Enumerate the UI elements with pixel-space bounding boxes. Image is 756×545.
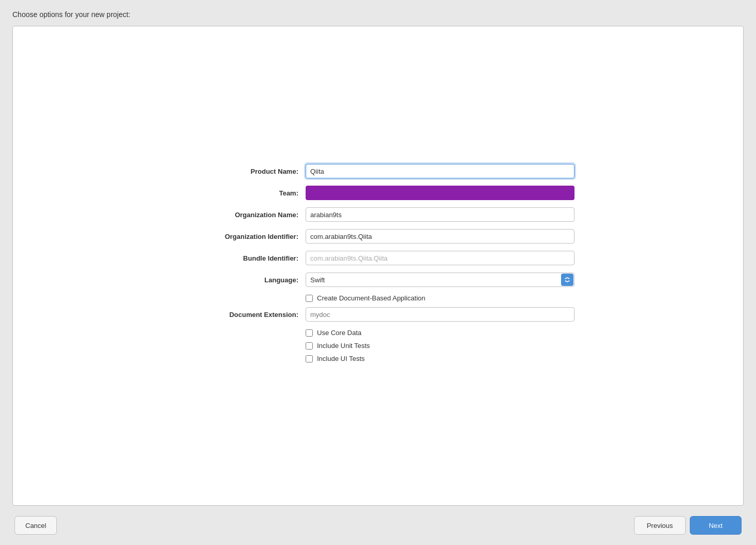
previous-button[interactable]: Previous (634, 516, 686, 535)
doc-extension-row: Document Extension: (182, 307, 574, 322)
team-wrapper (306, 186, 574, 200)
use-core-data-label[interactable]: Use Core Data (317, 329, 361, 337)
nav-button-group: Previous Next (634, 516, 742, 535)
bundle-id-row: Bundle Identifier: (182, 251, 574, 265)
org-name-row: Organization Name: (182, 207, 574, 222)
product-name-input[interactable] (306, 164, 574, 178)
create-doc-app-label[interactable]: Create Document-Based Application (317, 294, 426, 302)
org-name-input[interactable] (306, 207, 574, 222)
form-container: Product Name: Team: Organization Name: O… (182, 164, 574, 368)
create-doc-app-checkbox[interactable] (306, 295, 313, 302)
use-core-data-checkbox[interactable] (306, 329, 313, 337)
team-picker[interactable] (306, 186, 574, 200)
include-ui-tests-label[interactable]: Include UI Tests (317, 355, 365, 362)
doc-extension-wrapper (306, 307, 574, 322)
next-button[interactable]: Next (690, 516, 742, 535)
language-select[interactable]: Swift Objective-C (306, 272, 574, 287)
include-unit-tests-checkbox[interactable] (306, 342, 313, 350)
language-row: Language: Swift Objective-C (182, 272, 574, 287)
footer: Cancel Previous Next (12, 516, 744, 535)
product-name-row: Product Name: (182, 164, 574, 178)
bundle-id-wrapper (306, 251, 574, 265)
page-instruction: Choose options for your new project: (12, 10, 744, 19)
language-wrapper: Swift Objective-C (306, 272, 574, 287)
create-doc-app-row: Create Document-Based Application (182, 294, 574, 302)
org-name-label: Organization Name: (182, 211, 306, 219)
main-panel: Product Name: Team: Organization Name: O… (12, 26, 744, 506)
doc-extension-label: Document Extension: (182, 311, 306, 319)
bundle-id-label: Bundle Identifier: (182, 254, 306, 262)
use-core-data-row: Use Core Data (182, 329, 574, 337)
include-ui-tests-row: Include UI Tests (182, 355, 574, 362)
cancel-button[interactable]: Cancel (14, 516, 57, 535)
language-select-wrapper: Swift Objective-C (306, 272, 574, 287)
language-label: Language: (182, 276, 306, 284)
org-identifier-label: Organization Identifier: (182, 233, 306, 240)
org-name-wrapper (306, 207, 574, 222)
include-unit-tests-label[interactable]: Include Unit Tests (317, 342, 370, 350)
include-ui-tests-checkbox[interactable] (306, 355, 313, 362)
bundle-id-input (306, 251, 574, 265)
org-identifier-input[interactable] (306, 229, 574, 244)
include-unit-tests-row: Include Unit Tests (182, 342, 574, 350)
doc-extension-input[interactable] (306, 307, 574, 322)
org-identifier-wrapper (306, 229, 574, 244)
team-label: Team: (182, 189, 306, 197)
org-identifier-row: Organization Identifier: (182, 229, 574, 244)
team-row: Team: (182, 186, 574, 200)
product-name-label: Product Name: (182, 168, 306, 175)
product-name-wrapper (306, 164, 574, 178)
